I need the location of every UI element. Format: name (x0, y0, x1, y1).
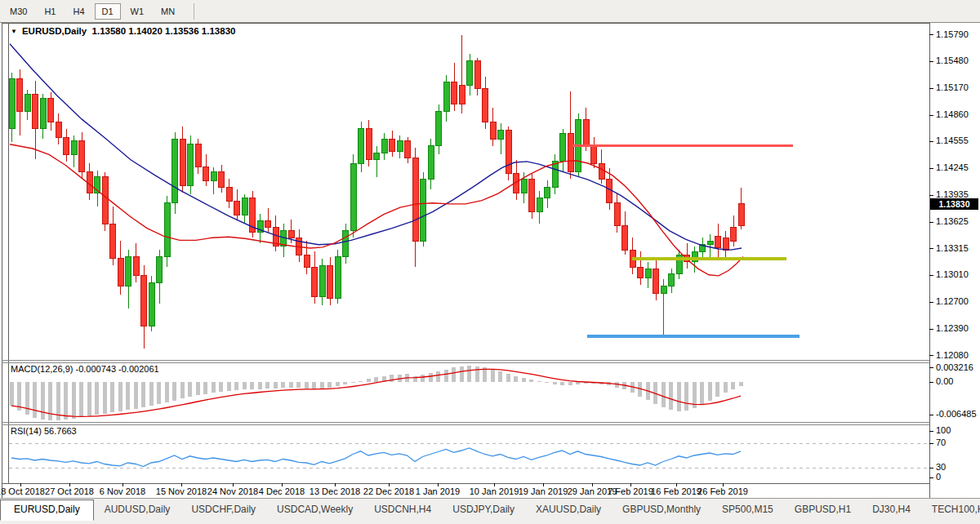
macd-histogram-bar (553, 382, 557, 384)
chart-tab-usdjpy[interactable]: USDJPY,Daily (442, 500, 525, 519)
candle-body (490, 122, 496, 139)
macd-histogram-bar (367, 379, 371, 382)
chart-tab-eurusd[interactable]: EURUSD,Daily (0, 500, 94, 521)
candle-body (288, 231, 294, 238)
timeframe-button-w1[interactable]: W1 (123, 3, 152, 20)
candle-body (529, 179, 535, 211)
toolbar-separator (194, 3, 194, 20)
candle-body (102, 177, 108, 224)
candle-body (234, 202, 240, 215)
candle-body (459, 86, 465, 104)
candle-body (226, 188, 232, 202)
macd-histogram-bar (274, 382, 278, 389)
candle-body (79, 140, 85, 171)
macd-histogram-bar (157, 382, 161, 404)
candle-body (327, 265, 333, 298)
macd-histogram-bar (537, 381, 541, 382)
candle-body (48, 98, 54, 122)
macd-histogram-bar (700, 382, 704, 405)
timeframe-button-d1[interactable]: D1 (95, 3, 121, 20)
macd-histogram-bar (522, 378, 526, 382)
macd-histogram-bar (118, 382, 122, 411)
candle-body (118, 259, 123, 286)
candle-body (669, 274, 675, 286)
candle-body (71, 140, 77, 154)
candle-body (738, 204, 744, 226)
timeframe-button-m30[interactable]: M30 (2, 3, 34, 20)
candle-body (188, 144, 194, 186)
candle-body (622, 225, 628, 250)
macd-histogram-bar (203, 382, 207, 394)
macd-histogram-bar (684, 382, 688, 411)
candle-body (707, 241, 713, 244)
candle-body (583, 120, 589, 146)
macd-histogram-bar (429, 373, 433, 382)
macd-histogram-bar (359, 381, 363, 382)
timeframe-button-h4[interactable]: H4 (65, 3, 91, 20)
macd-histogram-bar (421, 375, 425, 382)
candle-body (521, 179, 527, 193)
macd-histogram-bar (149, 382, 154, 406)
candle-body (498, 131, 504, 140)
candle-body (64, 137, 69, 154)
candle-body (599, 163, 604, 179)
candle-body (164, 203, 170, 257)
symbol-dropdown-icon[interactable]: ▼ (11, 28, 17, 35)
chart-tab-audusd[interactable]: AUDUSD,Daily (94, 500, 181, 519)
macd-histogram-bar (452, 367, 456, 382)
candle-body (436, 111, 442, 145)
candle-body (731, 228, 737, 242)
chart-tab-usdcnh[interactable]: USDCNH,H4 (363, 500, 442, 519)
macd-histogram-bar (305, 382, 309, 389)
candle-body (335, 257, 341, 299)
candle-body (343, 231, 349, 257)
macd-histogram-bar (265, 382, 270, 389)
candle-body (552, 162, 558, 188)
timeframe-button-mn[interactable]: MN (154, 3, 182, 20)
timeframe-button-h1[interactable]: H1 (37, 3, 63, 20)
macd-indicator-label: MACD(12,26,9) -0.000743 -0.002061 (11, 364, 159, 374)
candle-body (653, 269, 659, 293)
chart-tab-xauusd[interactable]: XAUUSD,Daily (525, 500, 612, 519)
candle-body (374, 153, 380, 159)
macd-histogram-bar (110, 382, 114, 412)
candle-body (715, 236, 721, 248)
candle-body (537, 198, 542, 211)
chart-tab-dj30[interactable]: DJ30,H4 (862, 500, 921, 519)
macd-histogram-bar (560, 382, 564, 385)
macd-histogram-bar (529, 380, 533, 382)
macd-histogram-bar (467, 366, 471, 382)
chart-canvas[interactable] (0, 0, 980, 524)
candle-body (180, 139, 185, 185)
macd-histogram-bar (669, 382, 673, 410)
chart-title-text: EURUSD,Daily (22, 26, 87, 36)
macd-histogram-bar (64, 382, 68, 420)
candle-body (390, 139, 395, 151)
candle-body (40, 98, 46, 128)
macd-histogram-bar (708, 382, 712, 401)
macd-histogram-bar (289, 382, 293, 388)
candle-body (141, 276, 147, 326)
chart-tab-gbpusd[interactable]: GBPUSD,Monthly (612, 500, 711, 519)
chart-ohlc-values: 1.13580 1.14020 1.13536 1.13830 (92, 26, 236, 36)
candle-body (157, 257, 163, 283)
chart-tab-usdcad[interactable]: USDCAD,Weekly (266, 500, 363, 519)
chart-tab-gbpusd[interactable]: GBPUSD,H1 (784, 500, 862, 519)
macd-histogram-bar (491, 370, 495, 382)
candle-body (126, 257, 131, 286)
candle-body (661, 286, 666, 293)
macd-values: -0.000743 -0.002061 (75, 364, 158, 374)
macd-name: MACD(12,26,9) (11, 364, 73, 374)
candle-body (366, 129, 372, 160)
candle-body (33, 94, 38, 128)
chart-tab-sp500[interactable]: SP500,M15 (711, 500, 784, 519)
macd-histogram-bar (475, 366, 479, 382)
macd-histogram-bar (72, 382, 76, 419)
current-price-badge: 1.13830 (930, 198, 978, 210)
candle-body (443, 82, 449, 111)
chart-tab-usdchf[interactable]: USDCHF,Daily (180, 500, 266, 519)
macd-histogram-bar (33, 382, 37, 418)
chart-tab-tech100[interactable]: TECH100,H (921, 500, 980, 519)
macd-histogram-bar (545, 382, 549, 383)
candle-body (452, 82, 457, 104)
